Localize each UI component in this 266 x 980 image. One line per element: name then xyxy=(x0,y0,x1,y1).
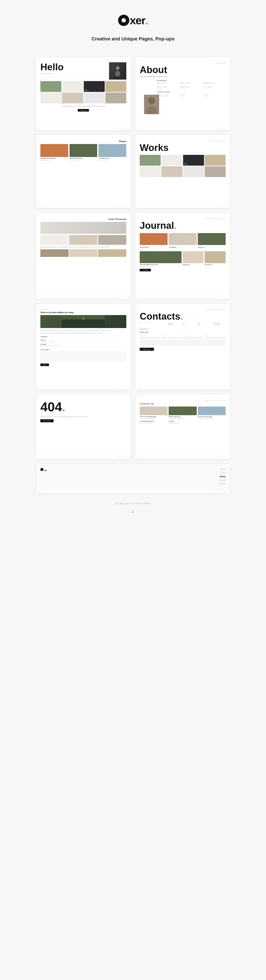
reply-message-field[interactable] xyxy=(40,357,126,361)
hero-cta-area: Like my work? Want to have a good qualit… xyxy=(40,105,126,111)
works-cell-4 xyxy=(205,155,226,165)
photo-label: Productphotography xyxy=(84,89,89,91)
contacts-city-col: City New York xyxy=(168,322,181,325)
journal-card-wide: Urban photography deep dive series Jan 3… xyxy=(140,251,182,267)
photo-cell-4 xyxy=(105,81,126,92)
nav-dot-single xyxy=(38,306,39,307)
blog-img-2 xyxy=(70,144,97,157)
works-photo-grid-2 xyxy=(140,166,226,177)
search-page: Home · About · Works · Journal · Contact… xyxy=(135,395,230,455)
about-footer: ©2024 Home · About · Works · Journal xyxy=(135,126,230,130)
footer-nav-home[interactable]: Home xyxy=(220,468,226,470)
about-exp-grid: Designer of software2018–2020 Illustrato… xyxy=(157,82,226,90)
journal-title-1: Travel in Morocco xyxy=(140,247,168,248)
search-result-1: The art of travel photography Tips for c… xyxy=(140,407,168,420)
tagline: Creative and Unique Pages, Pop-ups xyxy=(0,36,266,42)
journal-title-3: Nature series xyxy=(198,247,226,248)
footer-nav-about[interactable]: About xyxy=(220,472,226,474)
error-page-preview: 404. Page not found. The page you are lo… xyxy=(36,394,131,459)
contacts-state-col: State NY xyxy=(183,322,196,325)
about-exp-4: Business in columns2017–2019 xyxy=(157,86,179,89)
blog-img-1 xyxy=(40,144,68,157)
about-award-3: Golden LensAward 2021 xyxy=(203,94,226,97)
photo-cell-7 xyxy=(84,92,105,103)
photo-cell-6 xyxy=(62,92,83,103)
journal-meta-2: Feb 28, 2024 xyxy=(169,249,196,250)
about-experience-label: My experience. xyxy=(157,80,226,81)
journal-nav: Home · About · Works · Journal · Contact… xyxy=(140,218,226,219)
header: xer . Creative and Unique Pages, Pop-ups xyxy=(0,0,266,57)
contacts-email-field[interactable] xyxy=(162,337,182,339)
blog-page: Blogging Colorful market in Morocco Jan … xyxy=(36,135,131,196)
about-person-icon xyxy=(144,95,159,114)
nav-dots-contacts xyxy=(138,306,139,307)
logo-text: xer xyxy=(130,14,145,27)
journal-title-4: Product shots xyxy=(183,264,204,266)
hero-cta-text: Like my work? Want to have a good qualit… xyxy=(40,105,126,107)
comment-2: Jane Smith I had a similar experience, t… xyxy=(40,343,126,347)
product-gallery-row xyxy=(40,249,126,257)
journal-img-5 xyxy=(205,251,226,263)
contacts-subtitle-col: Here you can contact me xyxy=(140,322,167,325)
nav-dots-search xyxy=(138,396,139,398)
about-title: About xyxy=(140,64,226,75)
blog-img-3 xyxy=(98,144,126,157)
photo-cell-5 xyxy=(40,92,61,103)
about-exp-3: Photographer in columns2020–now xyxy=(203,82,226,86)
works-cell-5 xyxy=(140,166,161,177)
journal-card-3: Nature series Feb 14, 2024 xyxy=(198,233,226,250)
blog-card-meta-3: Mar 15, 2024 · Urban xyxy=(98,159,126,161)
blog-footer: ©2024 Home · About · Works · Journal xyxy=(36,204,131,208)
works-cell-8 xyxy=(205,166,226,177)
contacts-submit-btn[interactable]: Send message xyxy=(140,348,154,351)
footer-nav-contacts[interactable]: Contacts xyxy=(218,483,226,485)
contacts-subject-field[interactable] xyxy=(205,337,226,339)
contacts-name-field[interactable] xyxy=(140,337,161,339)
nav-dot-works xyxy=(138,137,139,138)
nav-dot-error xyxy=(38,396,39,398)
contacts-title-dot: . xyxy=(180,311,183,321)
search-nav: Home · About · Works · Journal · Contact… xyxy=(140,399,226,401)
contacts-message-field[interactable] xyxy=(140,340,226,345)
blog-card-1: Colorful market in Morocco Jan 12, 2024 … xyxy=(40,144,68,161)
photo-cell-1 xyxy=(40,81,61,92)
contacts-title-text: Contacts xyxy=(140,311,180,321)
product-gallery-1 xyxy=(40,249,69,257)
search-result-img-1 xyxy=(140,407,168,415)
footer-nav-works[interactable]: Works xyxy=(220,475,226,478)
photo-cell-8 xyxy=(105,92,126,103)
svg-point-7 xyxy=(82,317,85,320)
nav-dots-error xyxy=(38,396,39,398)
journal-title-dot: . xyxy=(174,220,177,231)
nav-dot-journal xyxy=(138,215,139,216)
journal-row2: Urban photography deep dive series Jan 3… xyxy=(140,251,226,267)
contacts-phone-field[interactable] xyxy=(183,337,204,339)
error-home-btn[interactable]: Back to home xyxy=(40,419,54,422)
reply-email-field[interactable] xyxy=(40,354,126,356)
brand-logo[interactable]: xer . xyxy=(0,13,266,27)
search-results-title: 8 results for: The xyxy=(140,402,226,405)
journal-card-5: Portrait work Dec 22, 2023 xyxy=(205,251,226,267)
hero-cta-button[interactable]: Contact me xyxy=(78,109,89,111)
contacts-phone-group: Phone xyxy=(183,335,204,339)
contacts-info-row: Here you can contact me City New York St… xyxy=(140,322,226,325)
reply-submit-btn[interactable]: Submit xyxy=(40,363,49,366)
photo-grid-2 xyxy=(40,92,126,103)
blog-single-preview: What to do What to do when holidays go w… xyxy=(36,303,131,390)
works-cell-3: Productphotography xyxy=(183,155,204,165)
blog-single-text-2: Planning ahead is always the best approa… xyxy=(40,332,126,334)
works-cell-1 xyxy=(140,155,161,165)
search-result-img-2 xyxy=(169,407,196,415)
about-award-2: Creator OfThe Year xyxy=(180,94,202,97)
blog-card-meta-2: Feb 3, 2024 · Nature xyxy=(70,159,97,161)
journal-more-btn[interactable]: Load more xyxy=(140,269,151,271)
journal-title-text: Journal xyxy=(140,220,174,231)
error-footer: ©2024 Home · About · Works · Journal xyxy=(36,455,131,459)
journal-meta-1: Mar 12, 2024 xyxy=(140,249,168,250)
nav-dots-blog xyxy=(38,137,39,138)
footer-nav-journal[interactable]: Journal xyxy=(219,479,226,481)
reply-name-field[interactable] xyxy=(40,352,126,353)
journal-meta-3: Feb 14, 2024 xyxy=(198,249,226,250)
works-photo-grid: Productphotography xyxy=(140,155,226,165)
contacts-country-col: Country USA xyxy=(197,322,211,325)
